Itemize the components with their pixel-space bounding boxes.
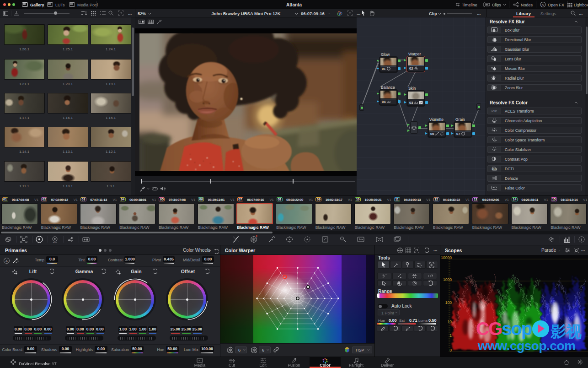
svg-text:HDR: HDR bbox=[53, 241, 57, 244]
svg-text:DCTL: DCTL bbox=[492, 168, 497, 170]
svg-text:ACES: ACES bbox=[492, 110, 497, 113]
svg-text:A: A bbox=[5, 259, 8, 263]
svg-text:fx: fx bbox=[542, 3, 545, 7]
